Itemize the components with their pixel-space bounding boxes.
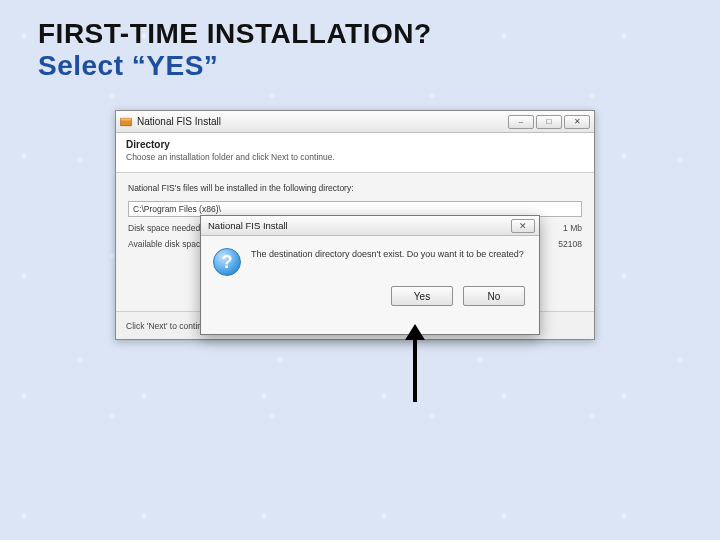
dialog-titlebar: National FIS Install ✕ (201, 216, 539, 236)
no-button[interactable]: No (463, 286, 525, 306)
yes-button[interactable]: Yes (391, 286, 453, 306)
disk-needed-value: 1 Mb (563, 223, 582, 233)
directory-header-title: Directory (126, 139, 584, 150)
confirm-dialog: National FIS Install ✕ ? The destination… (200, 215, 540, 335)
question-icon: ? (213, 248, 241, 276)
dialog-title: National FIS Install (205, 220, 511, 231)
heading-line1: FIRST-TIME INSTALLATION? (38, 18, 432, 50)
slide-heading: FIRST-TIME INSTALLATION? Select “YES” (38, 18, 432, 82)
dialog-close-button[interactable]: ✕ (511, 219, 535, 233)
directory-header: Directory Choose an installation folder … (116, 133, 594, 173)
maximize-button[interactable]: □ (536, 115, 562, 129)
installer-titlebar: National FIS Install – □ ✕ (116, 111, 594, 133)
heading-line2: Select “YES” (38, 50, 432, 82)
annotation-arrow (413, 338, 417, 402)
close-button[interactable]: ✕ (564, 115, 590, 129)
dialog-body: ? The destination directory doesn't exis… (201, 236, 539, 280)
svg-rect-1 (121, 118, 132, 120)
directory-header-subtitle: Choose an installation folder and click … (126, 152, 584, 162)
window-controls: – □ ✕ (508, 115, 590, 129)
dialog-button-row: Yes No (201, 280, 539, 316)
installer-title: National FIS Install (137, 116, 503, 127)
disk-needed-label: Disk space needed: (128, 223, 203, 233)
install-message: National FIS's files will be installed i… (128, 183, 582, 193)
disk-avail-label: Available disk space: (128, 239, 207, 249)
app-icon (120, 116, 132, 128)
minimize-button[interactable]: – (508, 115, 534, 129)
disk-avail-value: 52108 (558, 239, 582, 249)
dialog-message: The destination directory doesn't exist.… (251, 248, 524, 276)
